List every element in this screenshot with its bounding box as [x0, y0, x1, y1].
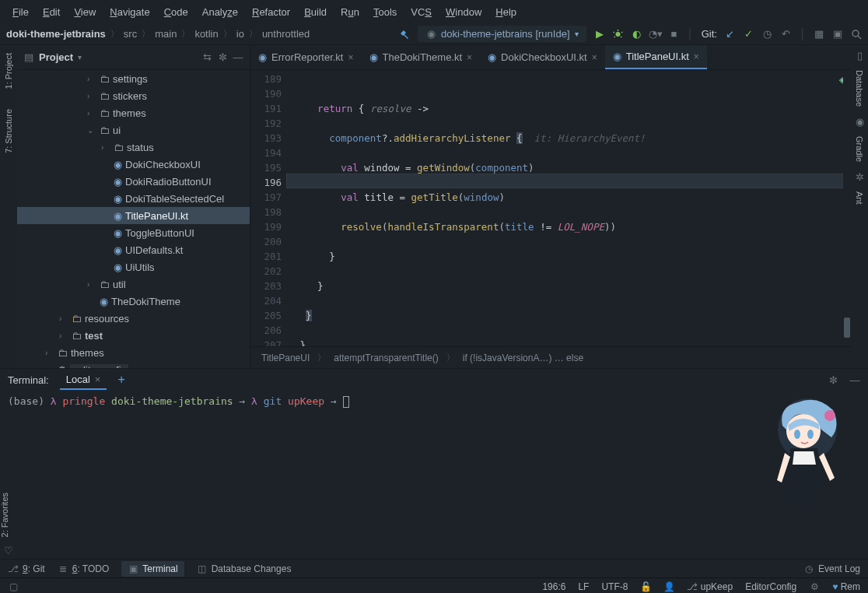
code-crumb-segment[interactable]: if (!isJavaVersionA…) … else [463, 353, 583, 363]
menu-help[interactable]: Help [489, 3, 523, 21]
run-icon[interactable]: ▶ [594, 29, 605, 40]
editor-tab-errorreporter-kt[interactable]: ◉ErrorReporter.kt× [250, 45, 362, 69]
close-tab-icon[interactable]: × [467, 52, 472, 63]
inspection-profile-icon[interactable]: 👤 [663, 581, 674, 592]
editor-tab-titlepaneui-kt[interactable]: ◉TitlePaneUI.kt× [605, 45, 707, 69]
tree-node-status[interactable]: ›🗀 status [17, 139, 250, 156]
editor-breadcrumb[interactable]: TitlePaneUI〉attemptTransparentTitle()〉if… [250, 346, 851, 368]
tree-node-togglebuttonui[interactable]: ◉ ToggleButtonUI [17, 224, 250, 241]
tree-node-dokicheckboxui[interactable]: ◉ DokiCheckboxUI [17, 156, 250, 173]
tool-tab-gradle[interactable]: Gradle [853, 132, 866, 167]
breadcrumb[interactable]: doki-theme-jetbrains〉src〉main〉kotlin〉io〉… [6, 28, 310, 40]
menu-window[interactable]: Window [439, 3, 488, 21]
tree-node-uiutils[interactable]: ◉ UiUtils [17, 258, 250, 275]
ide-settings-icon[interactable]: ⚙ [809, 581, 820, 592]
tree-node-uidefaults-kt[interactable]: ◉ UIDefaults.kt [17, 241, 250, 258]
stop-icon[interactable]: ■ [669, 29, 680, 40]
tree-node-dokitableselectedcel[interactable]: ◉ DokiTableSelectedCel [17, 190, 250, 207]
bottom-tab-database-changes[interactable]: ◫Database Changes [197, 563, 292, 574]
tree-node-ui[interactable]: ⌄🗀 ui [17, 121, 250, 139]
tree-node-settings[interactable]: ›🗀 settings [17, 70, 250, 87]
bottom-tab-6-todo[interactable]: ≣6: TODO [58, 563, 110, 574]
commit-icon[interactable]: ✓ [744, 29, 754, 40]
menu-tools[interactable]: Tools [367, 3, 403, 21]
tree-node-titlepaneui-kt[interactable]: ◉ TitlePaneUI.kt [17, 207, 250, 224]
code-editor[interactable]: return { resolve -> component?.addHierar… [286, 70, 851, 346]
tree-node-themes[interactable]: ›🗀 themes [17, 104, 250, 121]
tool-tab-project[interactable]: 1: Project [2, 48, 15, 93]
profile-icon[interactable]: ◔▾ [650, 29, 661, 40]
tree-node-resources[interactable]: ›🗀 resources [17, 310, 250, 327]
editorconfig-status[interactable]: EditorConfig [745, 581, 796, 592]
menu-build[interactable]: Build [298, 3, 333, 21]
project-view-icon[interactable]: ▤ [23, 52, 34, 63]
tree-node-thedokitheme[interactable]: ◉ TheDokiTheme [17, 293, 250, 310]
tree-node-test[interactable]: ›🗀 test [17, 327, 250, 344]
new-terminal-tab-icon[interactable]: + [117, 373, 124, 387]
hide-panel-icon[interactable]: — [233, 52, 243, 63]
event-log-tab[interactable]: ◷Event Log [803, 563, 860, 574]
show-tool-windows-icon[interactable]: ▢ [8, 581, 19, 592]
tool-tab-ant[interactable]: Ant [853, 187, 866, 209]
menu-edit[interactable]: Edit [37, 3, 66, 21]
editor-tab-dokicheckboxui-kt[interactable]: ◉DokiCheckboxUI.kt× [480, 45, 605, 69]
menu-file[interactable]: File [6, 3, 35, 21]
menu-run[interactable]: Run [334, 3, 366, 21]
readonly-lock-icon[interactable]: 🔓 [640, 581, 651, 592]
run-config-selector[interactable]: ◉ doki-theme-jetbrains [runIde] ▾ [418, 26, 586, 42]
breadcrumb-segment[interactable]: unthrottled [262, 28, 310, 40]
svg-point-5 [807, 430, 814, 439]
coverage-icon[interactable]: ◐ [632, 29, 642, 40]
terminal-body[interactable]: (base) λ pringle doki-theme-jetbrains → … [0, 391, 868, 559]
ant-tab-icon[interactable]: ✲ [854, 171, 865, 182]
menu-code[interactable]: Code [158, 3, 194, 21]
bottom-tab-9-git[interactable]: ⎇9: Git [8, 563, 45, 574]
layout-icon[interactable]: ▣ [832, 29, 843, 40]
tool-tab-structure[interactable]: 7: Structure [2, 104, 15, 158]
breadcrumb-segment[interactable]: main [155, 28, 177, 40]
hide-terminal-icon[interactable]: — [849, 374, 860, 385]
menu-vcs[interactable]: VCS [404, 3, 438, 21]
close-tab-icon[interactable]: × [694, 51, 699, 62]
caret-position[interactable]: 196:6 [542, 581, 565, 592]
breadcrumb-segment[interactable]: io [236, 28, 244, 40]
close-terminal-tab-icon[interactable]: × [95, 374, 101, 385]
database-tab-icon[interactable]: ▯ [854, 50, 865, 61]
menu-analyze[interactable]: Analyze [196, 3, 244, 21]
scroll-from-source-icon[interactable]: ⇆ [201, 52, 212, 63]
history-icon[interactable]: ◷ [762, 29, 773, 40]
code-crumb-segment[interactable]: TitlePaneUI [261, 353, 310, 363]
doki-theme-widget[interactable]: ♥ Rem [832, 581, 860, 592]
file-encoding[interactable]: UTF-8 [601, 581, 628, 592]
rollback-icon[interactable]: ↶ [781, 29, 792, 40]
line-separator[interactable]: LF [578, 581, 589, 592]
tree-node-dokiradiobuttonui[interactable]: ◉ DokiRadioButtonUI [17, 173, 250, 190]
close-tab-icon[interactable]: × [348, 52, 353, 63]
breadcrumb-segment[interactable]: src [124, 28, 137, 40]
tool-tab-database[interactable]: Database [853, 65, 866, 111]
tree-node--editorconfig[interactable]: ⚙ .editorconfig [17, 361, 250, 368]
editor-tab-thedokitheme-kt[interactable]: ◉TheDokiTheme.kt× [362, 45, 481, 69]
build-hammer-icon[interactable] [399, 29, 410, 40]
bottom-tab-terminal[interactable]: ▣Terminal [121, 561, 184, 577]
breadcrumb-segment[interactable]: doki-theme-jetbrains [6, 28, 106, 40]
menu-view[interactable]: View [68, 3, 102, 21]
gear-icon[interactable]: ✼ [217, 52, 228, 63]
tree-node-stickers[interactable]: ›🗀 stickers [17, 87, 250, 104]
search-everywhere-icon[interactable] [851, 29, 862, 40]
terminal-tab-local[interactable]: Local × [60, 370, 107, 390]
menu-navigate[interactable]: Navigate [103, 3, 156, 21]
menu-refactor[interactable]: Refactor [246, 3, 296, 21]
code-crumb-segment[interactable]: attemptTransparentTitle() [334, 353, 439, 363]
terminal-settings-icon[interactable]: ✼ [828, 374, 838, 385]
close-tab-icon[interactable]: × [592, 52, 597, 63]
tree-node-themes[interactable]: ›🗀 themes [17, 344, 250, 361]
update-project-icon[interactable]: ↙ [725, 29, 736, 40]
project-tree[interactable]: ›🗀 settings›🗀 stickers›🗀 themes⌄🗀 ui›🗀 s… [17, 70, 250, 368]
ide-scripting-icon[interactable]: ▦ [814, 29, 824, 40]
gradle-tab-icon[interactable]: ◉ [854, 116, 865, 127]
tree-node-util[interactable]: ›🗀 util [17, 275, 250, 293]
breadcrumb-segment[interactable]: kotlin [194, 28, 218, 40]
debug-icon[interactable] [613, 29, 624, 40]
git-branch-status[interactable]: ⎇ upKeep [687, 581, 733, 592]
